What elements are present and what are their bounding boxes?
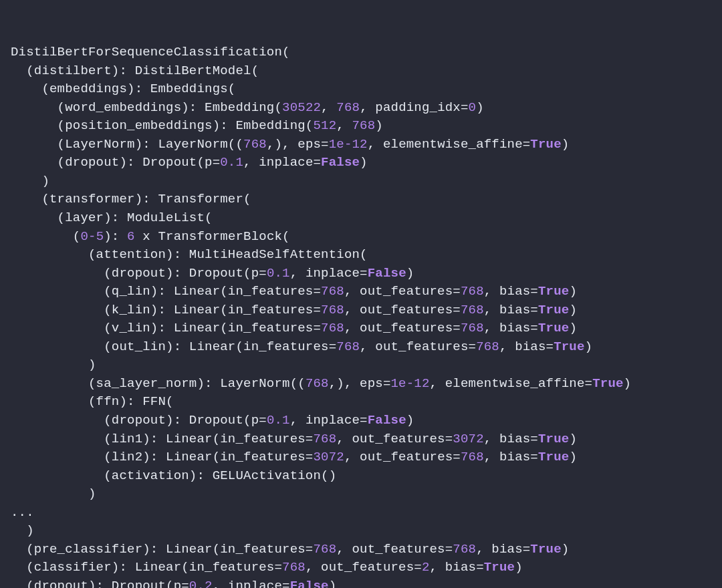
line-classifier: (classifier): Linear(in_features=768, ou…	[11, 560, 523, 575]
line-distilbert-close: )	[11, 523, 34, 538]
line-layer-open: (layer): ModuleList(	[11, 210, 213, 225]
line-sa-layernorm: (sa_layer_norm): LayerNorm((768,), eps=1…	[11, 376, 631, 391]
model-repr: DistilBertForSequenceClassification( (di…	[11, 43, 711, 588]
line-attention-close: )	[11, 357, 96, 372]
line-dropout-emb: (dropout): Dropout(p=0.1, inplace=False)	[11, 155, 368, 170]
line-v-lin: (v_lin): Linear(in_features=768, out_fea…	[11, 321, 577, 335]
line-model-open: DistilBertForSequenceClassification(	[11, 45, 290, 59]
line-transformer-open: (transformer): Transformer(	[11, 192, 251, 206]
line-lin1: (lin1): Linear(in_features=768, out_feat…	[11, 432, 577, 446]
line-ellipsis: ...	[11, 505, 34, 520]
line-ffn-dropout: (dropout): Dropout(p=0.1, inplace=False)	[11, 413, 414, 428]
line-layernorm: (LayerNorm): LayerNorm((768,), eps=1e-12…	[11, 137, 569, 152]
line-word-embeddings: (word_embeddings): Embedding(30522, 768,…	[11, 100, 484, 115]
line-embeddings-close: )	[11, 174, 49, 188]
line-ffn-close: )	[11, 486, 96, 501]
line-lin2: (lin2): Linear(in_features=3072, out_fea…	[11, 450, 577, 464]
line-activation: (activation): GELUActivation()	[11, 468, 336, 483]
line-k-lin: (k_lin): Linear(in_features=768, out_fea…	[11, 303, 577, 317]
line-position-embeddings: (position_embeddings): Embedding(512, 76…	[11, 118, 383, 133]
line-embeddings-open: (embeddings): Embeddings(	[11, 82, 235, 96]
line-attention-open: (attention): MultiHeadSelfAttention(	[11, 247, 368, 262]
line-dropout-final: (dropout): Dropout(p=0.2, inplace=False)	[11, 579, 336, 588]
line-distilbert-open: (distilbert): DistilBertModel(	[11, 63, 259, 78]
line-q-lin: (q_lin): Linear(in_features=768, out_fea…	[11, 284, 577, 299]
line-layer-range: (0-5): 6 x TransformerBlock(	[11, 229, 290, 244]
line-out-lin: (out_lin): Linear(in_features=768, out_f…	[11, 339, 592, 354]
line-attn-dropout: (dropout): Dropout(p=0.1, inplace=False)	[11, 266, 414, 281]
line-ffn-open: (ffn): FFN(	[11, 394, 174, 409]
line-pre-classifier: (pre_classifier): Linear(in_features=768…	[11, 542, 569, 557]
